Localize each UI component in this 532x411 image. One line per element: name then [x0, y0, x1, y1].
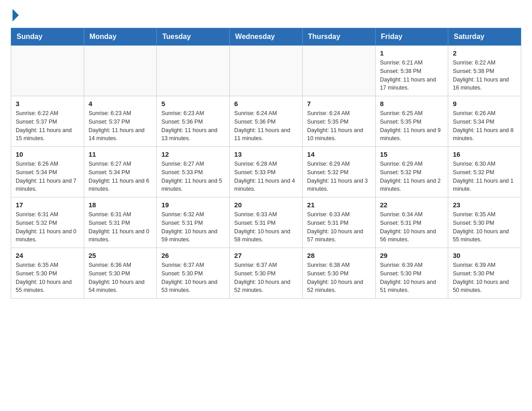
day-info: Sunrise: 6:23 AMSunset: 5:37 PMDaylight:…: [89, 109, 152, 143]
day-number: 3: [16, 100, 79, 107]
calendar-table: SundayMondayTuesdayWednesdayThursdayFrid…: [11, 28, 521, 299]
calendar-cell: 16Sunrise: 6:30 AMSunset: 5:32 PMDayligh…: [448, 147, 521, 197]
calendar-cell: 4Sunrise: 6:23 AMSunset: 5:37 PMDaylight…: [84, 96, 157, 147]
day-number: 8: [380, 100, 444, 107]
day-number: 2: [453, 49, 516, 57]
calendar-cell: 17Sunrise: 6:31 AMSunset: 5:32 PMDayligh…: [11, 197, 84, 248]
day-info: Sunrise: 6:30 AMSunset: 5:32 PMDaylight:…: [453, 160, 516, 193]
weekday-header-saturday: Saturday: [448, 28, 521, 46]
day-number: 24: [16, 252, 79, 259]
day-info: Sunrise: 6:31 AMSunset: 5:32 PMDaylight:…: [16, 210, 79, 244]
calendar-cell: 27Sunrise: 6:37 AMSunset: 5:30 PMDayligh…: [230, 248, 303, 299]
calendar-cell: 11Sunrise: 6:27 AMSunset: 5:34 PMDayligh…: [84, 147, 157, 197]
day-number: 14: [307, 150, 371, 158]
day-number: 20: [234, 201, 298, 209]
calendar-cell: 28Sunrise: 6:38 AMSunset: 5:30 PMDayligh…: [302, 248, 375, 299]
day-number: 15: [380, 150, 444, 158]
calendar-cell: 3Sunrise: 6:22 AMSunset: 5:37 PMDaylight…: [11, 96, 84, 147]
day-info: Sunrise: 6:22 AMSunset: 5:38 PMDaylight:…: [453, 59, 516, 92]
calendar-cell: 21Sunrise: 6:33 AMSunset: 5:31 PMDayligh…: [302, 197, 375, 248]
calendar-cell: 2Sunrise: 6:22 AMSunset: 5:38 PMDaylight…: [448, 46, 521, 96]
day-number: 22: [380, 201, 444, 209]
day-number: 28: [307, 252, 371, 259]
calendar-cell: 9Sunrise: 6:26 AMSunset: 5:34 PMDaylight…: [448, 96, 521, 147]
calendar-cell: 5Sunrise: 6:23 AMSunset: 5:36 PMDaylight…: [157, 96, 230, 147]
calendar-cell: [230, 46, 303, 96]
week-row-5: 24Sunrise: 6:35 AMSunset: 5:30 PMDayligh…: [11, 248, 521, 299]
calendar-cell: 6Sunrise: 6:24 AMSunset: 5:36 PMDaylight…: [230, 96, 303, 147]
day-info: Sunrise: 6:24 AMSunset: 5:36 PMDaylight:…: [234, 109, 298, 143]
day-number: 7: [307, 100, 371, 107]
calendar-cell: 18Sunrise: 6:31 AMSunset: 5:31 PMDayligh…: [84, 197, 157, 248]
day-number: 4: [89, 100, 152, 107]
weekday-header-wednesday: Wednesday: [230, 28, 303, 46]
day-number: 16: [453, 150, 516, 158]
day-info: Sunrise: 6:26 AMSunset: 5:34 PMDaylight:…: [453, 109, 516, 143]
day-info: Sunrise: 6:37 AMSunset: 5:30 PMDaylight:…: [161, 261, 225, 295]
weekday-header-friday: Friday: [375, 28, 448, 46]
week-row-4: 17Sunrise: 6:31 AMSunset: 5:32 PMDayligh…: [11, 197, 521, 248]
calendar-cell: 25Sunrise: 6:36 AMSunset: 5:30 PMDayligh…: [84, 248, 157, 299]
week-row-1: 1Sunrise: 6:21 AMSunset: 5:38 PMDaylight…: [11, 46, 521, 96]
calendar-cell: [157, 46, 230, 96]
day-number: 25: [89, 252, 152, 259]
day-info: Sunrise: 6:34 AMSunset: 5:31 PMDaylight:…: [380, 210, 444, 244]
day-number: 30: [453, 252, 516, 259]
day-number: 23: [453, 201, 516, 209]
calendar-cell: 7Sunrise: 6:24 AMSunset: 5:35 PMDaylight…: [302, 96, 375, 147]
calendar-cell: 12Sunrise: 6:27 AMSunset: 5:33 PMDayligh…: [157, 147, 230, 197]
day-info: Sunrise: 6:31 AMSunset: 5:31 PMDaylight:…: [89, 210, 152, 244]
calendar-cell: 24Sunrise: 6:35 AMSunset: 5:30 PMDayligh…: [11, 248, 84, 299]
day-number: 13: [234, 150, 298, 158]
calendar-cell: [302, 46, 375, 96]
day-info: Sunrise: 6:21 AMSunset: 5:38 PMDaylight:…: [380, 59, 444, 92]
day-info: Sunrise: 6:29 AMSunset: 5:32 PMDaylight:…: [380, 160, 444, 193]
weekday-header-tuesday: Tuesday: [157, 28, 230, 46]
day-number: 18: [89, 201, 152, 209]
day-info: Sunrise: 6:28 AMSunset: 5:33 PMDaylight:…: [234, 160, 298, 193]
day-number: 6: [234, 100, 298, 107]
week-row-3: 10Sunrise: 6:26 AMSunset: 5:34 PMDayligh…: [11, 147, 521, 197]
calendar-cell: 29Sunrise: 6:39 AMSunset: 5:30 PMDayligh…: [375, 248, 448, 299]
day-info: Sunrise: 6:23 AMSunset: 5:36 PMDaylight:…: [161, 109, 225, 143]
calendar-cell: 20Sunrise: 6:33 AMSunset: 5:31 PMDayligh…: [230, 197, 303, 248]
day-info: Sunrise: 6:35 AMSunset: 5:30 PMDaylight:…: [453, 210, 516, 244]
calendar-cell: 1Sunrise: 6:21 AMSunset: 5:38 PMDaylight…: [375, 46, 448, 96]
calendar-cell: 15Sunrise: 6:29 AMSunset: 5:32 PMDayligh…: [375, 147, 448, 197]
day-info: Sunrise: 6:38 AMSunset: 5:30 PMDaylight:…: [307, 261, 371, 295]
logo-arrow-icon: [13, 9, 19, 21]
day-number: 12: [161, 150, 225, 158]
day-info: Sunrise: 6:39 AMSunset: 5:30 PMDaylight:…: [380, 261, 444, 295]
day-info: Sunrise: 6:26 AMSunset: 5:34 PMDaylight:…: [16, 160, 79, 193]
weekday-header-thursday: Thursday: [302, 28, 375, 46]
day-info: Sunrise: 6:32 AMSunset: 5:31 PMDaylight:…: [161, 210, 225, 244]
week-row-2: 3Sunrise: 6:22 AMSunset: 5:37 PMDaylight…: [11, 96, 521, 147]
day-number: 1: [380, 49, 444, 57]
day-info: Sunrise: 6:22 AMSunset: 5:37 PMDaylight:…: [16, 109, 79, 143]
day-info: Sunrise: 6:24 AMSunset: 5:35 PMDaylight:…: [307, 109, 371, 143]
calendar-cell: 19Sunrise: 6:32 AMSunset: 5:31 PMDayligh…: [157, 197, 230, 248]
calendar-cell: [84, 46, 157, 96]
logo: [11, 11, 19, 19]
calendar-cell: 8Sunrise: 6:25 AMSunset: 5:35 PMDaylight…: [375, 96, 448, 147]
day-info: Sunrise: 6:27 AMSunset: 5:34 PMDaylight:…: [89, 160, 152, 193]
day-number: 5: [161, 100, 225, 107]
day-info: Sunrise: 6:37 AMSunset: 5:30 PMDaylight:…: [234, 261, 298, 295]
day-info: Sunrise: 6:29 AMSunset: 5:32 PMDaylight:…: [307, 160, 371, 193]
calendar-cell: 22Sunrise: 6:34 AMSunset: 5:31 PMDayligh…: [375, 197, 448, 248]
day-info: Sunrise: 6:35 AMSunset: 5:30 PMDaylight:…: [16, 261, 79, 295]
day-info: Sunrise: 6:33 AMSunset: 5:31 PMDaylight:…: [234, 210, 298, 244]
day-number: 19: [161, 201, 225, 209]
calendar-cell: 10Sunrise: 6:26 AMSunset: 5:34 PMDayligh…: [11, 147, 84, 197]
calendar-cell: 30Sunrise: 6:39 AMSunset: 5:30 PMDayligh…: [448, 248, 521, 299]
calendar-cell: [11, 46, 84, 96]
day-number: 26: [161, 252, 225, 259]
day-number: 17: [16, 201, 79, 209]
calendar-cell: 14Sunrise: 6:29 AMSunset: 5:32 PMDayligh…: [302, 147, 375, 197]
weekday-header-sunday: Sunday: [11, 28, 84, 46]
day-info: Sunrise: 6:25 AMSunset: 5:35 PMDaylight:…: [380, 109, 444, 143]
weekday-header-monday: Monday: [84, 28, 157, 46]
day-number: 10: [16, 150, 79, 158]
calendar-cell: 26Sunrise: 6:37 AMSunset: 5:30 PMDayligh…: [157, 248, 230, 299]
day-info: Sunrise: 6:39 AMSunset: 5:30 PMDaylight:…: [453, 261, 516, 295]
